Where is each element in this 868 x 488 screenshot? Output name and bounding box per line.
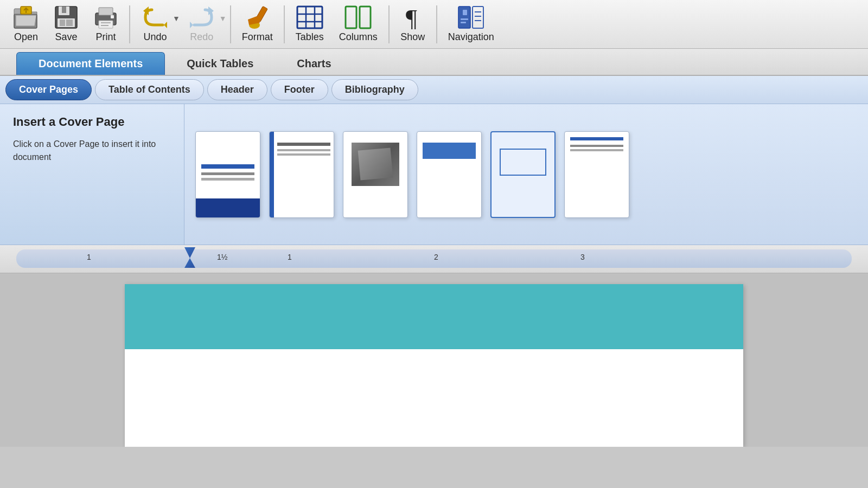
open-button[interactable]: Open xyxy=(5,2,47,46)
undo-button[interactable]: Undo xyxy=(133,2,177,46)
tmpl2-text xyxy=(277,149,330,151)
print-label: Print xyxy=(95,31,116,43)
redo-dropdown[interactable]: ▼ xyxy=(219,14,227,35)
undo-label: Undo xyxy=(143,31,167,43)
document-area xyxy=(0,273,868,447)
svg-rect-5 xyxy=(62,7,66,13)
sub-tab-bibliography[interactable]: Bibliography xyxy=(331,79,418,100)
format-icon xyxy=(244,5,271,29)
tmpl2-text2 xyxy=(277,153,330,156)
template-thumb-6[interactable] xyxy=(564,131,629,218)
tmpl1-bar xyxy=(196,198,260,217)
svg-rect-21 xyxy=(297,7,322,28)
tmpl2-line xyxy=(277,143,330,146)
tmpl2-sidebar xyxy=(270,132,274,217)
tab-document-elements[interactable]: Document Elements xyxy=(16,52,165,75)
template-thumb-5[interactable] xyxy=(490,131,556,218)
svg-rect-26 xyxy=(346,7,356,28)
document-teal-header xyxy=(125,284,743,349)
templates-area xyxy=(184,104,640,245)
undo-icon xyxy=(141,5,169,29)
folder-open-icon xyxy=(13,5,39,29)
content-area: Insert a Cover Page Click on a Cover Pag… xyxy=(0,104,868,245)
tmpl6-header xyxy=(570,137,623,140)
svg-rect-30 xyxy=(463,10,467,15)
tmpl3-photo xyxy=(352,143,399,186)
sub-tab-cover-pages[interactable]: Cover Pages xyxy=(5,79,92,100)
redo-icon xyxy=(188,5,216,29)
print-button[interactable]: Print xyxy=(86,2,126,46)
divider-4 xyxy=(388,5,390,43)
template-thumb-1[interactable] xyxy=(195,131,260,218)
navigation-label: Navigation xyxy=(448,31,494,43)
divider-5 xyxy=(436,5,437,43)
ruler-number-1-right: 1 xyxy=(288,253,292,261)
tables-button[interactable]: Tables xyxy=(288,2,331,46)
show-label: Show xyxy=(400,31,425,43)
cover-page-panel: Insert a Cover Page Click on a Cover Pag… xyxy=(0,104,184,245)
ruler-number-3: 3 xyxy=(580,253,585,261)
tables-label: Tables xyxy=(296,31,324,43)
svg-rect-32 xyxy=(461,22,466,23)
divider-3 xyxy=(284,5,285,43)
tmpl4-box xyxy=(423,143,476,159)
ruler-number-1-5: 1½ xyxy=(217,253,227,261)
document-page xyxy=(125,284,743,447)
format-label: Format xyxy=(242,31,273,43)
show-icon: ¶ xyxy=(400,5,425,29)
columns-button[interactable]: Columns xyxy=(331,2,385,46)
tmpl1-text1 xyxy=(201,172,254,175)
redo-button[interactable]: Redo xyxy=(180,2,224,46)
redo-label: Redo xyxy=(190,31,213,43)
tables-icon xyxy=(296,5,323,29)
tab-charts[interactable]: Charts xyxy=(275,52,353,75)
save-label: Save xyxy=(55,31,77,43)
ribbon-tabs: Document Elements Quick Tables Charts xyxy=(0,49,868,76)
undo-dropdown[interactable]: ▼ xyxy=(173,14,180,35)
tab-quick-tables[interactable]: Quick Tables xyxy=(165,52,275,75)
tmpl6-line1 xyxy=(570,145,623,147)
svg-rect-10 xyxy=(99,8,113,15)
svg-marker-18 xyxy=(190,22,193,28)
print-icon xyxy=(93,5,118,29)
toolbar: Open Save Print xyxy=(0,0,868,49)
svg-rect-31 xyxy=(461,18,468,20)
save-icon xyxy=(54,5,78,29)
tmpl6-line2 xyxy=(570,149,623,151)
navigation-button[interactable]: Navigation xyxy=(441,2,502,46)
svg-rect-12 xyxy=(111,15,114,18)
tmpl1-accent-line xyxy=(201,164,254,169)
svg-rect-8 xyxy=(66,20,73,26)
sub-tab-header[interactable]: Header xyxy=(207,79,267,100)
tmpl5-box xyxy=(500,149,546,176)
svg-rect-7 xyxy=(60,20,65,26)
tmpl3-photo-inner xyxy=(358,147,393,180)
template-thumb-2[interactable] xyxy=(269,131,334,218)
panel-desc: Click on a Cover Page to insert it into … xyxy=(13,138,171,164)
columns-label: Columns xyxy=(339,31,378,43)
divider-1 xyxy=(129,5,130,43)
columns-icon xyxy=(344,5,372,29)
svg-rect-11 xyxy=(99,21,113,28)
ruler-number-1: 1 xyxy=(87,253,91,261)
sub-tabs: Cover Pages Table of Contents Header Foo… xyxy=(0,76,868,104)
divider-2 xyxy=(230,5,231,43)
template-thumb-3[interactable] xyxy=(343,131,408,218)
svg-marker-16 xyxy=(164,22,167,28)
tmpl1-text2 xyxy=(201,178,254,181)
show-button[interactable]: ¶ Show xyxy=(393,2,433,46)
sub-tab-toc[interactable]: Table of Contents xyxy=(95,79,204,100)
ruler-number-2: 2 xyxy=(434,253,438,261)
panel-title: Insert a Cover Page xyxy=(13,115,171,129)
sub-tab-footer[interactable]: Footer xyxy=(271,79,328,100)
template-thumb-4[interactable] xyxy=(417,131,482,218)
svg-rect-33 xyxy=(473,7,483,28)
ruler: // This will be done via JS below 1 1½ 1… xyxy=(0,245,868,273)
navigation-icon xyxy=(457,5,484,29)
svg-rect-27 xyxy=(360,7,371,28)
svg-text:¶: ¶ xyxy=(406,5,417,29)
open-label: Open xyxy=(14,31,38,43)
format-button[interactable]: Format xyxy=(234,2,280,46)
save-button[interactable]: Save xyxy=(47,2,86,46)
